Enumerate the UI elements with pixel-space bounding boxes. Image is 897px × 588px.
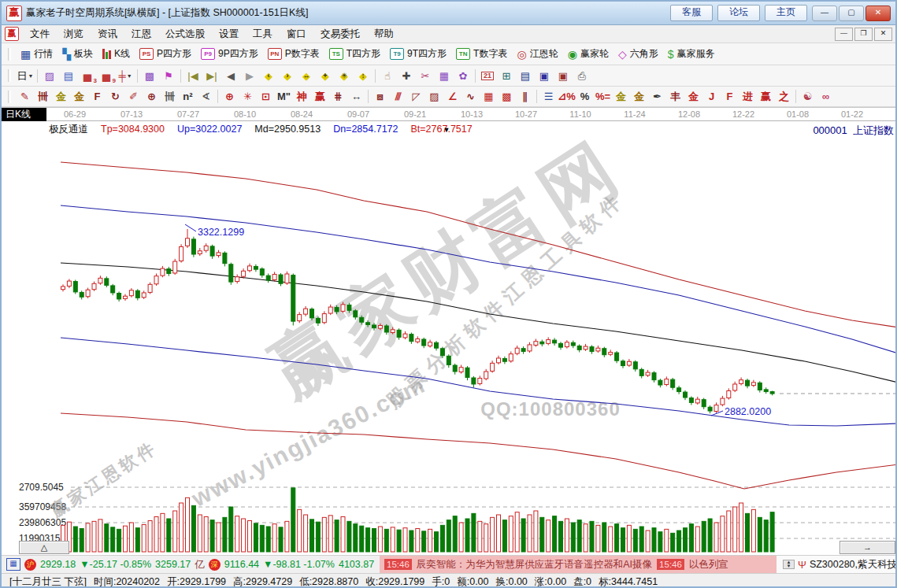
spiral-tool[interactable]: ↻ [106,89,124,104]
circle-cross-tool[interactable]: ⊕ [143,89,161,104]
news-headline[interactable]: 以色列宣 [689,558,728,571]
menu-formula-stock-pick[interactable]: 公式选股 [158,26,212,43]
gold-circle-tool[interactable]: 金 [612,89,630,104]
fan-lines-tool[interactable]: ⫻ [389,89,407,104]
red-grid-1-tool[interactable]: ▦ [480,89,498,104]
print-button[interactable]: ⎙ [573,68,591,83]
forum-button[interactable]: 论坛 [717,5,760,21]
toolbar-item-winner-wheel[interactable]: ◉赢家轮 [563,46,613,62]
cycle-cloud-tool[interactable]: ✿ [454,68,473,83]
parallel-lines-tool[interactable]: ∥ [516,89,534,104]
step-forward-button[interactable]: ▶ [240,68,259,83]
angle-tool[interactable]: ∢ [197,89,215,104]
toolbar-item-p-square[interactable]: PSP四方形 [135,46,196,62]
percent-triangle-tool[interactable]: ⊿% [558,89,576,104]
toolbar-item-gann-wheel[interactable]: ◎江恩轮 [512,46,562,62]
diamond-left-button[interactable]: ◆‹ [259,68,278,83]
j-line-tool[interactable]: J [702,89,721,104]
menu-trade[interactable]: 交易委托 [313,26,367,43]
diamond-vzoom-button[interactable]: ◆↕ [354,68,373,83]
ying-box-tool[interactable]: 赢 [757,89,775,104]
info-note-tool[interactable]: ▤ [59,68,78,83]
m-marker-tool[interactable]: M" [275,89,293,104]
jin-steps-tool[interactable]: 进 [739,89,757,104]
measure-tool[interactable]: ✂ [416,68,435,83]
calculator-button[interactable]: ⊞ [497,68,516,83]
go-first-button[interactable]: |◀ [183,68,202,83]
percent-tool[interactable]: % [576,89,594,104]
gann-grid-tool[interactable]: 卌 [34,89,52,104]
compass-target-tool[interactable]: ⊕ [221,89,239,104]
menu-browse[interactable]: 浏览 [57,26,91,43]
angle-line-tool[interactable]: ∠ [443,89,461,104]
infinity-tool[interactable]: ∞ [817,89,835,104]
wave-line-tool[interactable]: ∿ [461,89,480,104]
ticker-stock-label[interactable]: SZ300280,紫天科技 [810,558,895,571]
toolbar-grip[interactable] [8,91,11,103]
gold-line-tool[interactable]: 金 [630,89,648,104]
calendar-21-button[interactable]: 21 [478,68,497,83]
pencil-square-tool[interactable]: ✐ [124,89,143,104]
hand-tool[interactable]: ☝ [378,68,397,83]
quote-grid-icon[interactable]: ▦ [6,558,20,571]
zhi-tool[interactable]: 之 [775,89,793,104]
expand-left-button[interactable]: △ [19,541,69,554]
toolbar-item-t-number-table[interactable]: TNT数字表 [451,46,512,62]
customer-service-button[interactable]: 客服 [670,5,713,21]
go-last-button[interactable]: ▶| [202,68,221,83]
gann-mini-grid-tool[interactable]: ▦ [435,68,454,83]
signal-flag-tool[interactable]: ⚑ [159,68,178,83]
toolbar-grip[interactable] [8,69,11,82]
f-square-tool[interactable]: F [88,89,106,104]
save-image-button[interactable]: ▣ [554,68,573,83]
pencil-tool[interactable]: ✎ [16,89,34,104]
menu-window[interactable]: 窗口 [280,26,313,43]
period-day-dropdown[interactable]: 日▼ [16,68,35,83]
gold-grid-2-tool[interactable]: 金 [70,89,88,104]
n-squared-tool[interactable]: n² [179,89,197,104]
toolbar-item-kline[interactable]: K线 [98,46,135,62]
diamond-hzoom-button[interactable]: ◆↔ [297,68,316,83]
f-line-tool[interactable]: F [721,89,739,104]
notepad-button[interactable]: ▤ [516,68,535,83]
jifan-channel-tool[interactable]: ▩ [140,68,159,83]
gold-grid-1-tool[interactable]: 金 [52,89,70,104]
grid-123-tool[interactable]: ⋕ [329,89,347,104]
kline-chart-canvas[interactable]: 3322.12992882.0200 [2,108,897,555]
yinyang-tool[interactable]: ☯ [799,89,817,104]
mdi-restore-button[interactable]: ❐ [854,28,873,41]
price-histogram-tool[interactable]: ☰ [539,89,558,104]
crosshair-tool[interactable]: ✚ [397,68,416,83]
toolbar-item-quotes[interactable]: ▦行情 [16,46,57,62]
diamond-right-button[interactable]: ◆› [278,68,297,83]
pattern-box-tool[interactable]: ▨ [40,68,59,83]
diamond-plus-button[interactable]: ◆+ [316,68,335,83]
close-button[interactable]: ✕ [865,6,891,21]
mdi-minimize-button[interactable]: — [835,28,853,41]
save-button[interactable]: ▣ [535,68,554,83]
toolbar-item-hexagon[interactable]: ◇六角形 [613,46,663,62]
mdi-close-button[interactable]: ✕ [874,28,892,41]
red-grid-2-tool[interactable]: ▩ [498,89,516,104]
gold-box-tool[interactable]: 金 [684,89,702,104]
feng-grid-tool[interactable]: 丰 [666,89,684,104]
candle-style-dropdown[interactable]: ╪▼ [116,68,135,83]
fan-box-tool[interactable]: ◸ [407,89,425,104]
homepage-button[interactable]: 主页 [765,5,807,21]
minimize-button[interactable]: — [812,6,837,21]
box-frame-tool[interactable]: ⧈ [371,89,389,104]
toolbar-item-p-number-table[interactable]: PNP数字表 [263,46,324,62]
scroll-right-button[interactable]: → [840,541,895,554]
diamond-center-button[interactable]: ◆✳ [335,68,354,83]
square-target-tool[interactable]: ⊡ [257,89,275,104]
news-headline[interactable]: 辰奕智能：为华为智慧屏供应蓝牙语音遥控器和AI摄像 [417,558,652,571]
menu-news[interactable]: 资讯 [91,26,124,43]
small-grid-tool[interactable]: 卌 [161,89,179,104]
ink-pen-tool[interactable]: ✒ [648,89,666,104]
ying-grid-tool[interactable]: 赢 [311,89,329,104]
menu-file[interactable]: 文件 [23,26,57,43]
toolbar-item-t-square[interactable]: TST四方形 [324,46,385,62]
maximize-button[interactable]: ▢ [839,6,864,21]
step-back-button[interactable]: ◀ [221,68,240,83]
bars-3-tool[interactable]: ▅3 [78,68,97,83]
